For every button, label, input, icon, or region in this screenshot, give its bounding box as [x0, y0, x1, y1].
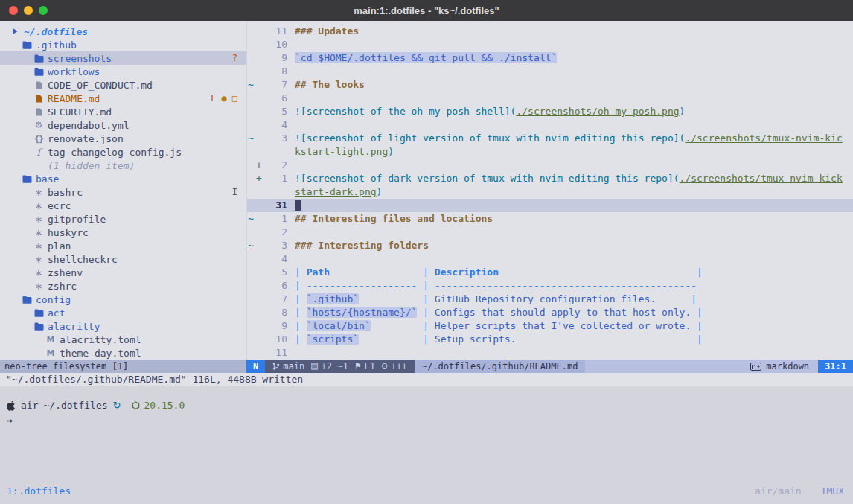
git-sync-icon: ↻ — [113, 400, 121, 411]
close-button[interactable] — [9, 6, 18, 15]
editor-pane[interactable]: 11### Updates109`cd $HOME/.dotfiles && g… — [246, 21, 853, 360]
editor-line[interactable]: 9| `local/bin` | Helper scripts that I'v… — [247, 319, 853, 333]
editor-line[interactable]: start-dark.png) — [247, 185, 853, 199]
tree-item-ecrc[interactable]: ∗ecrc — [0, 199, 246, 212]
line-text: ### Updates — [287, 25, 853, 38]
tree-item-gitprofile[interactable]: ∗gitprofile — [0, 212, 246, 226]
editor-line[interactable]: 10| `scripts` | Setup scripts. | — [247, 333, 853, 346]
ibeam-cursor: I — [232, 187, 237, 197]
line-text: ### Interesting folders — [287, 239, 853, 252]
git-sign — [255, 92, 263, 105]
editor-line[interactable]: 8| `hosts/{hostname}/` | Configs that sh… — [247, 306, 853, 319]
tree-item-dotfiles[interactable]: ~/.dotfiles — [0, 25, 246, 38]
editor-line[interactable]: 9`cd $HOME/.dotfiles && git pull && ./in… — [247, 51, 853, 65]
editor-line[interactable]: 2 — [247, 226, 853, 239]
tree-item-dependabot-yml[interactable]: ⚙dependabot.yml — [0, 118, 246, 132]
fold-marker — [247, 319, 255, 333]
javascript-icon: ſ — [33, 147, 45, 158]
editor-statusline: N main ▤ +2 ~1 ⚑ E1 ⊙ — [246, 360, 853, 373]
prompt-arrow[interactable]: → — [7, 415, 846, 426]
editor-line[interactable]: 6 — [247, 92, 853, 105]
editor-line[interactable]: ~7## The looks — [247, 78, 853, 92]
editor-line[interactable]: ~3### Interesting folders — [247, 239, 853, 252]
tmux-right-segment: air/main TMUX — [755, 485, 844, 504]
shell-pane[interactable]: air ~/.dotfiles ↻ 20.15.0 → — [0, 386, 853, 426]
git-sign — [255, 38, 263, 51]
prompt-hostname: air — [21, 400, 38, 411]
git-sign — [255, 212, 263, 226]
editor-line[interactable]: 4 — [247, 252, 853, 266]
git-segment: main ▤ +2 ~1 ⚑ E1 ⊙ +++ — [265, 360, 415, 373]
file-icon — [33, 81, 45, 89]
fold-marker — [247, 159, 255, 172]
tree-item-code-of-conduct-md[interactable]: CODE_OF_CONDUCT.md — [0, 78, 246, 92]
tree-item-label: README.md — [48, 93, 100, 104]
editor-line[interactable]: kstart-light.png) — [247, 145, 853, 159]
window-controls — [9, 6, 48, 15]
git-sign — [255, 118, 263, 132]
tree-item-shellcheckrc[interactable]: ∗shellcheckrc — [0, 252, 246, 266]
tree-item-1-hidden-item[interactable]: (1 hidden item) — [0, 159, 246, 172]
tree-item-base[interactable]: base — [0, 172, 246, 185]
git-sign — [255, 333, 263, 346]
editor-line[interactable]: +2 — [247, 159, 853, 172]
tree-item-alacritty-toml[interactable]: Malacritty.toml — [0, 333, 246, 346]
tree-item-security-md[interactable]: SECURITY.md — [0, 105, 246, 118]
tree-item-alacritty[interactable]: alacritty — [0, 319, 246, 333]
git-sign — [255, 239, 263, 252]
tree-item-github[interactable]: .github — [0, 38, 246, 51]
filetype-label: markdown — [766, 360, 809, 373]
line-number: 31 — [263, 199, 287, 212]
line-text — [287, 159, 853, 172]
neotree-sidebar: ~/.dotfiles.githubscreenshots?workflowsC… — [0, 21, 246, 360]
editor-line[interactable]: ~3![screenshot of light version of tmux … — [247, 132, 853, 145]
editor-line[interactable]: 6| ------------------- | ---------------… — [247, 279, 853, 293]
tree-item-label: gitprofile — [48, 214, 106, 225]
editor-line[interactable]: 8 — [247, 65, 853, 78]
titlebar: main:1:.dotfiles - "ks~/.dotfiles" — [0, 0, 853, 21]
tree-item-zshenv[interactable]: ∗zshenv — [0, 266, 246, 279]
fold-marker — [247, 185, 255, 199]
tree-item-act[interactable]: act — [0, 306, 246, 319]
line-text: ![screenshot of dark version of tmux wit… — [287, 172, 853, 185]
tree-item-workflows[interactable]: workflows — [0, 65, 246, 78]
git-unstaged-badge: □ — [232, 93, 237, 103]
git-modified-badge: ● — [222, 93, 227, 103]
editor-line[interactable]: 5| Path | Description | — [247, 266, 853, 279]
zoom-button[interactable] — [39, 6, 48, 15]
editor-line[interactable]: 4 — [247, 118, 853, 132]
tree-item-label: workflows — [48, 66, 100, 77]
editor-line[interactable]: ~1## Interesting files and locations — [247, 212, 853, 226]
minimize-button[interactable] — [24, 6, 33, 15]
fold-marker — [247, 38, 255, 51]
neotree-statusline: neo-tree filesystem [1] — [0, 360, 246, 373]
tree-item-renovate-json[interactable]: {}renovate.json — [0, 132, 246, 145]
editor-line[interactable]: 31 — [247, 199, 853, 212]
cursor-position: 31:1 — [818, 360, 853, 373]
tree-item-zshrc[interactable]: ∗zshrc — [0, 279, 246, 293]
git-sign — [255, 145, 263, 159]
tree-item-tag-changelog-config-js[interactable]: ſtag-changelog-config.js — [0, 145, 246, 159]
editor-line[interactable]: 5![screenshot of the oh-my-posh shell](.… — [247, 105, 853, 118]
line-text — [287, 65, 853, 78]
editor-line[interactable]: +1![screenshot of dark version of tmux w… — [247, 172, 853, 185]
tree-item-plan[interactable]: ∗plan — [0, 239, 246, 252]
line-number: 2 — [263, 159, 287, 172]
tree-item-label: tag-changelog-config.js — [48, 147, 182, 158]
tree-item-label: ~/.dotfiles — [24, 26, 88, 37]
fold-marker — [247, 92, 255, 105]
folder-icon — [21, 296, 33, 304]
editor-line[interactable]: 11### Updates — [247, 25, 853, 38]
line-number: 4 — [263, 118, 287, 132]
tmux-window-name[interactable]: 1:.dotfiles — [7, 485, 71, 504]
tree-item-bashrc[interactable]: ∗bashrcI — [0, 185, 246, 199]
tree-item-label: shellcheckrc — [48, 254, 118, 265]
tree-item-readme-md[interactable]: README.mdE●□ — [0, 92, 246, 105]
tree-item-theme-day-toml[interactable]: Mtheme-day.toml — [0, 346, 246, 360]
tree-item-screenshots[interactable]: screenshots? — [0, 51, 246, 65]
tree-item-config[interactable]: config — [0, 293, 246, 306]
tree-item-huskyrc[interactable]: ∗huskyrc — [0, 226, 246, 239]
editor-line[interactable]: 11 — [247, 346, 853, 360]
editor-line[interactable]: 7| `.github` | GitHub Repository configu… — [247, 293, 853, 306]
editor-line[interactable]: 10 — [247, 38, 853, 51]
